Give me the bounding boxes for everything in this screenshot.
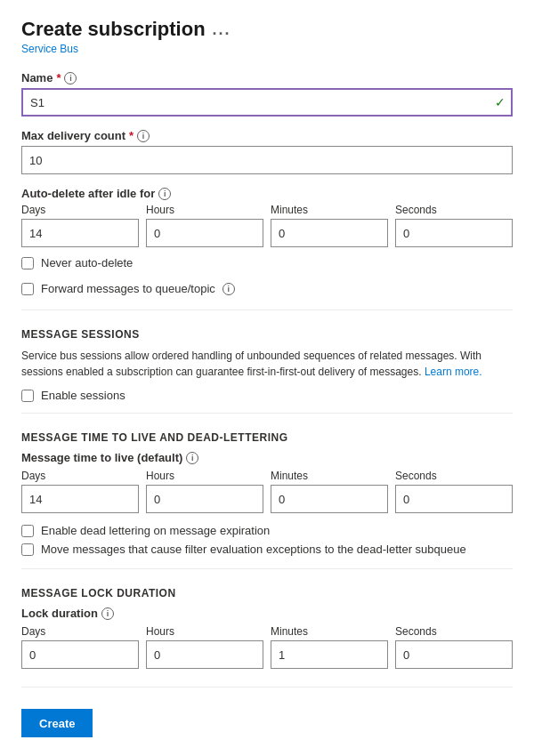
lock-duration-header: MESSAGE LOCK DURATION — [21, 587, 513, 599]
auto-delete-info-icon[interactable]: i — [158, 188, 171, 200]
auto-delete-seconds-label: Seconds — [395, 204, 513, 216]
lock-days-field: Days — [21, 625, 139, 669]
ttl-seconds-field: Seconds — [395, 470, 513, 513]
auto-delete-minutes-field: Minutes — [271, 204, 388, 247]
lock-hours-field: Hours — [146, 625, 263, 669]
lock-hours-label: Hours — [146, 625, 263, 638]
page-header: Create subscription ... Service Bus — [21, 18, 513, 55]
auto-delete-days-field: Days — [21, 204, 139, 247]
auto-delete-days-input[interactable] — [21, 219, 139, 247]
message-ttl-section: MESSAGE TIME TO LIVE AND DEAD-LETTERING … — [21, 431, 513, 556]
lock-duration-time-grid: Days Hours Minutes Seconds — [21, 625, 513, 669]
enable-sessions-checkbox[interactable] — [21, 390, 34, 402]
message-ttl-info-icon[interactable]: i — [186, 452, 198, 464]
name-label: Name * i — [21, 71, 513, 84]
max-delivery-required-marker: * — [129, 129, 134, 142]
filter-exceptions-checkbox[interactable] — [21, 543, 34, 556]
forward-messages-label: Forward messages to queue/topic i — [41, 282, 235, 295]
never-auto-delete-row: Never auto-delete — [21, 256, 513, 269]
max-delivery-label: Max delivery count * i — [21, 129, 513, 142]
name-check-icon: ✓ — [495, 95, 506, 109]
message-sessions-description: Service bus sessions allow ordered handl… — [21, 348, 513, 380]
auto-delete-minutes-input[interactable] — [271, 219, 388, 247]
auto-delete-minutes-label: Minutes — [271, 204, 388, 216]
message-ttl-header: MESSAGE TIME TO LIVE AND DEAD-LETTERING — [21, 431, 513, 444]
ttl-days-input[interactable] — [21, 485, 139, 513]
never-auto-delete-label: Never auto-delete — [41, 256, 133, 269]
lock-seconds-field: Seconds — [395, 625, 513, 669]
lock-seconds-label: Seconds — [395, 625, 513, 638]
name-required-marker: * — [56, 71, 61, 84]
max-delivery-field-group: Max delivery count * i — [21, 129, 513, 174]
dead-letter-row: Enable dead lettering on message expirat… — [21, 524, 513, 537]
divider-3 — [21, 568, 513, 569]
auto-delete-seconds-input[interactable] — [395, 219, 513, 247]
message-sessions-section: MESSAGE SESSIONS Service bus sessions al… — [21, 328, 513, 402]
divider-1 — [21, 310, 513, 310]
never-auto-delete-checkbox[interactable] — [21, 257, 34, 269]
learn-more-link[interactable]: Learn more. — [425, 366, 482, 378]
page-subtitle: Service Bus — [21, 43, 513, 55]
page-title: Create subscription ... — [21, 18, 513, 41]
lock-seconds-input[interactable] — [395, 640, 513, 669]
name-input[interactable] — [21, 88, 513, 117]
ttl-minutes-label: Minutes — [271, 470, 388, 482]
forward-messages-checkbox[interactable] — [21, 283, 34, 295]
lock-duration-section: MESSAGE LOCK DURATION Lock duration i Da… — [21, 587, 513, 669]
ttl-minutes-input[interactable] — [271, 485, 388, 513]
divider-2 — [21, 413, 513, 414]
lock-duration-label: Lock duration i — [21, 607, 513, 620]
forward-messages-info-icon[interactable]: i — [222, 283, 235, 295]
auto-delete-field-group: Auto-delete after idle for i Days Hours … — [21, 187, 513, 269]
message-ttl-time-grid: Days Hours Minutes Seconds — [21, 470, 513, 513]
lock-days-input[interactable] — [21, 640, 139, 669]
name-field-group: Name * i ✓ — [21, 71, 513, 117]
ttl-hours-field: Hours — [146, 470, 263, 513]
auto-delete-hours-field: Hours — [146, 204, 263, 247]
dead-letter-label: Enable dead lettering on message expirat… — [41, 524, 270, 537]
message-ttl-label: Message time to live (default) i — [21, 451, 513, 464]
message-sessions-header: MESSAGE SESSIONS — [21, 328, 513, 341]
divider-4 — [21, 687, 513, 688]
filter-exceptions-row: Move messages that cause filter evaluati… — [21, 543, 513, 556]
auto-delete-label: Auto-delete after idle for i — [21, 187, 513, 200]
auto-delete-days-label: Days — [21, 204, 139, 216]
name-input-wrapper: ✓ — [21, 88, 513, 117]
create-button[interactable]: Create — [21, 709, 93, 737]
lock-minutes-label: Minutes — [271, 625, 388, 638]
dead-letter-checkbox[interactable] — [21, 525, 34, 537]
lock-days-label: Days — [21, 625, 139, 638]
ttl-seconds-label: Seconds — [395, 470, 513, 482]
auto-delete-time-grid: Days Hours Minutes Seconds — [21, 204, 513, 247]
enable-sessions-label: Enable sessions — [41, 389, 125, 402]
filter-exceptions-label: Move messages that cause filter evaluati… — [41, 543, 466, 556]
ttl-days-field: Days — [21, 470, 139, 513]
lock-duration-info-icon[interactable]: i — [101, 607, 114, 620]
max-delivery-info-icon[interactable]: i — [137, 130, 150, 142]
auto-delete-hours-input[interactable] — [146, 219, 263, 247]
auto-delete-seconds-field: Seconds — [395, 204, 513, 247]
ttl-minutes-field: Minutes — [271, 470, 388, 513]
max-delivery-input[interactable] — [21, 146, 513, 174]
lock-minutes-input[interactable] — [271, 640, 388, 669]
ttl-hours-input[interactable] — [146, 485, 263, 513]
lock-hours-input[interactable] — [146, 640, 263, 669]
forward-messages-row: Forward messages to queue/topic i — [21, 282, 513, 295]
ttl-days-label: Days — [21, 470, 139, 482]
ellipsis-menu[interactable]: ... — [213, 20, 231, 39]
lock-minutes-field: Minutes — [271, 625, 388, 669]
ttl-seconds-input[interactable] — [395, 485, 513, 513]
enable-sessions-row: Enable sessions — [21, 389, 513, 402]
auto-delete-hours-label: Hours — [146, 204, 263, 216]
ttl-hours-label: Hours — [146, 470, 263, 482]
name-info-icon[interactable]: i — [64, 72, 77, 84]
